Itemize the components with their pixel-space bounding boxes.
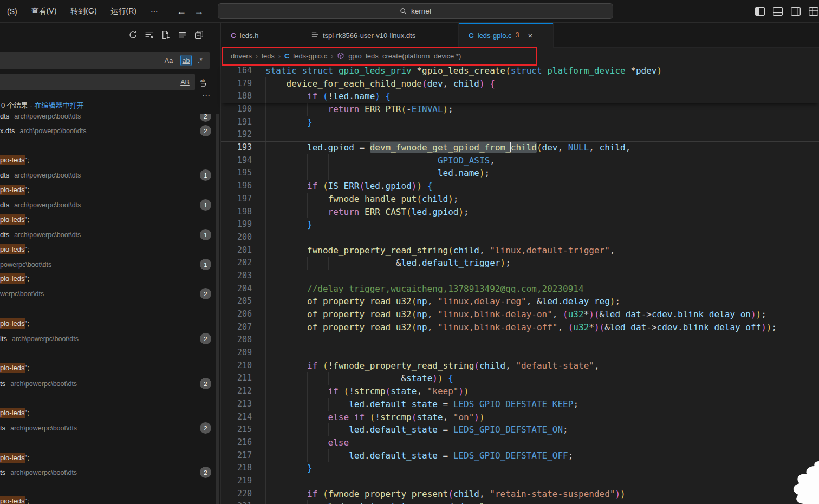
result-count-badge: 2 xyxy=(200,422,211,434)
token: = xyxy=(438,450,453,461)
search-result-file-row[interactable]: powerpc\boot\dts1 xyxy=(0,257,220,272)
indent-guide xyxy=(265,270,266,283)
search-result-match-row[interactable]: pio-leds"; xyxy=(0,212,220,227)
result-file-name: dts xyxy=(0,171,9,179)
token xyxy=(317,181,323,191)
more-actions-button[interactable]: ⋯ xyxy=(202,91,211,101)
code-line[interactable]: 206 of_property_read_u32(np, "linux,blin… xyxy=(221,308,819,321)
toggle-primary-sidebar-icon[interactable] xyxy=(755,6,765,17)
code-editor[interactable]: 190 return ERR_PTR(-EINVAL);191 }192193 … xyxy=(221,103,819,504)
token: ; xyxy=(771,322,777,332)
search-result-file-row[interactable]: tsarch\powerpc\boot\dts2 xyxy=(0,421,220,435)
code-line[interactable]: 209 xyxy=(221,346,819,359)
search-result-match-row[interactable]: pio-leds"; xyxy=(0,450,220,465)
breadcrumb-item[interactable]: gpio_leds_create(platform_device *) xyxy=(348,52,461,60)
search-result-file-row[interactable]: ltsarch\powerpc\boot\dts2 xyxy=(0,331,220,346)
code-line[interactable]: 216 else xyxy=(221,436,819,449)
code-line[interactable]: 203 xyxy=(221,270,819,283)
token: { xyxy=(490,78,495,89)
tab-close-icon[interactable]: × xyxy=(528,31,533,40)
toggle-panel-icon[interactable] xyxy=(772,6,783,17)
code-line[interactable]: 214 else if (!strcmp(state, "on")) xyxy=(221,411,819,424)
line-number: 179 xyxy=(221,77,252,90)
code-line[interactable]: 221 led.retain_state_suspended = 1; xyxy=(221,500,819,504)
code-line[interactable]: 219 xyxy=(221,475,819,488)
search-result-match-row[interactable]: pio-leds"; xyxy=(0,153,220,167)
command-center-search[interactable]: kernel xyxy=(218,3,613,19)
tab-leds.h[interactable]: Cleds.h xyxy=(221,23,301,48)
code-line[interactable]: 204 //delay trigger,wucaicheng,137891349… xyxy=(221,283,819,296)
code-line[interactable]: 220 if (fwnode_property_present(child, "… xyxy=(221,488,819,501)
search-result-match-row[interactable]: pio-leds"; xyxy=(0,316,220,331)
nav-forward-button[interactable]: → xyxy=(194,6,204,17)
token: IS_ERR xyxy=(328,181,360,191)
menu-item-3[interactable]: 运行(R) xyxy=(104,6,144,16)
indent-guide xyxy=(265,103,266,116)
code-text xyxy=(252,475,819,488)
code-line[interactable]: 217 led.default_state = LEDS_GPIO_DEFSTA… xyxy=(221,449,819,462)
search-result-file-row[interactable]: werpc\boot\dts2 xyxy=(0,286,220,301)
breadcrumb-item[interactable]: leds-gpio.c xyxy=(293,52,327,60)
search-result-file-row[interactable]: x.dtsarch\powerpc\boot\dts2 xyxy=(0,123,220,138)
tab-leds-gpio.c[interactable]: Cleds-gpio.c3× xyxy=(459,23,554,48)
code-line[interactable]: 191 } xyxy=(221,116,819,129)
toggle-secondary-sidebar-icon[interactable] xyxy=(790,6,801,17)
code-line[interactable]: 200 xyxy=(221,231,819,244)
code-line[interactable]: 194 GPIOD_ASIS, xyxy=(221,154,819,167)
customize-layout-icon[interactable] xyxy=(808,6,819,17)
menu-item-1[interactable]: 查看(V) xyxy=(24,6,64,16)
line-number: 191 xyxy=(221,116,252,129)
code-line[interactable]: 205 of_property_read_u32(np, "linux,dela… xyxy=(221,295,819,308)
sidebar-scrollbar[interactable] xyxy=(216,93,219,504)
code-line[interactable]: 202 &led.default_trigger); xyxy=(221,257,819,270)
search-result-file-row[interactable]: tsarch\powerpc\boot\dts2 xyxy=(0,376,220,391)
code-line[interactable]: 211 &state)) { xyxy=(221,372,819,385)
code-line[interactable]: 218 } xyxy=(221,462,819,475)
code-line[interactable]: 192 xyxy=(221,128,819,141)
token: ( xyxy=(323,181,328,191)
search-result-file-row[interactable]: dtsarch\powerpc\boot\dts1 xyxy=(0,168,220,182)
code-line[interactable]: 215 led.default_state = LEDS_GPIO_DEFSTA… xyxy=(221,423,819,436)
breadcrumb-item[interactable]: leds xyxy=(262,52,275,60)
nav-back-button[interactable]: ← xyxy=(177,6,186,17)
code-line[interactable]: 179 device_for_each_child_node(dev, chil… xyxy=(221,77,819,90)
code-line[interactable]: 196 if (IS_ERR(led.gpiod)) { xyxy=(221,180,819,193)
search-result-match-row[interactable]: pio-leds"; xyxy=(0,494,220,504)
indent-guide xyxy=(265,77,266,90)
code-line[interactable]: 201 fwnode_property_read_string(child, "… xyxy=(221,244,819,257)
search-result-file-row[interactable]: tsarch\powerpc\boot\dts2 xyxy=(0,465,220,480)
search-result-match-row[interactable]: pio-leds"; xyxy=(0,271,220,286)
code-line[interactable]: 212 if (!strcmp(state, "keep")) xyxy=(221,385,819,398)
code-line[interactable]: 199 } xyxy=(221,218,819,231)
code-line-current[interactable]: 193 led.gpiod = devm_fwnode_get_gpiod_fr… xyxy=(221,141,819,154)
tab-tspi-rk3566-user-v10-linux.dts[interactable]: tspi-rk3566-user-v10-linux.dts xyxy=(301,23,459,48)
result-file-name: ts xyxy=(0,379,5,388)
search-result-file-row[interactable]: dtsarch\powerpc\boot\dts1 xyxy=(0,198,220,212)
code-line[interactable]: 213 led.default_state = LEDS_GPIO_DEFSTA… xyxy=(221,398,819,411)
search-result-match-row[interactable]: pio-leds"; xyxy=(0,405,220,420)
result-match-text: pio-leds"; xyxy=(0,186,29,194)
menu-item-2[interactable]: 转到(G) xyxy=(63,6,103,16)
code-line[interactable]: 195 led.name); xyxy=(221,167,819,180)
code-line[interactable]: 164static struct gpio_leds_priv *gpio_le… xyxy=(221,64,819,77)
search-result-match-row[interactable]: pio-leds"; xyxy=(0,361,220,375)
token: -> xyxy=(646,322,656,332)
indent-guide xyxy=(265,385,266,398)
menu-item-0[interactable]: (S) xyxy=(0,7,24,16)
breadcrumb-item[interactable]: drivers xyxy=(231,52,252,60)
code-line[interactable]: 190 return ERR_PTR(-EINVAL); xyxy=(221,103,819,116)
code-line[interactable]: 210 if (!fwnode_property_read_string(chi… xyxy=(221,359,819,372)
search-result-file-row[interactable]: dtsarch\powerpc\boot\dts1 xyxy=(0,227,220,242)
menu-item-4[interactable]: ⋯ xyxy=(144,7,165,16)
line-number: 199 xyxy=(221,218,252,231)
code-line[interactable]: 197 fwnode_handle_put(child); xyxy=(221,193,819,206)
search-result-match-row[interactable]: pio-leds"; xyxy=(0,242,220,257)
code-line[interactable]: 207 of_property_read_u32(np, "linux,blin… xyxy=(221,321,819,334)
indent-guide xyxy=(265,257,266,270)
code-line[interactable]: 188 if (!led.name) { xyxy=(221,90,819,103)
hand-cursor-overlay xyxy=(783,456,819,504)
code-line[interactable]: 208 xyxy=(221,333,819,346)
open-in-editor-link[interactable]: 在编辑器中打开 xyxy=(34,101,83,109)
code-line[interactable]: 198 return ERR_CAST(led.gpiod); xyxy=(221,206,819,219)
search-result-match-row[interactable]: pio-leds"; xyxy=(0,182,220,197)
